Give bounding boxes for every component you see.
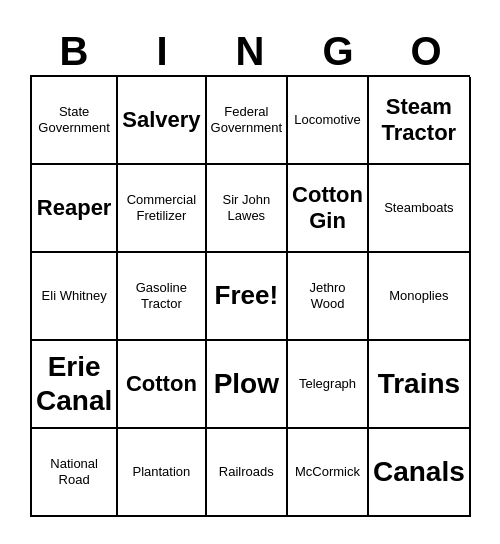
bingo-card: B I N G O State GovernmentSalveryFederal… [20,17,480,527]
bingo-cell-9[interactable]: Steamboats [369,165,471,253]
header-b: B [30,27,118,75]
bingo-cell-15[interactable]: Erie Canal [32,341,118,429]
bingo-header: B I N G O [30,27,470,75]
bingo-cell-0[interactable]: State Government [32,77,118,165]
bingo-cell-10[interactable]: Eli Whitney [32,253,118,341]
bingo-cell-24[interactable]: Canals [369,429,471,517]
header-o: O [382,27,470,75]
bingo-cell-1[interactable]: Salvery [118,77,206,165]
bingo-cell-21[interactable]: Plantation [118,429,206,517]
bingo-grid: State GovernmentSalveryFederal Governmen… [30,75,470,517]
bingo-cell-5[interactable]: Reaper [32,165,118,253]
bingo-cell-14[interactable]: Monoplies [369,253,471,341]
bingo-cell-17[interactable]: Plow [207,341,289,429]
bingo-cell-16[interactable]: Cotton [118,341,206,429]
bingo-cell-13[interactable]: Jethro Wood [288,253,369,341]
bingo-cell-7[interactable]: Sir John Lawes [207,165,289,253]
bingo-cell-19[interactable]: Trains [369,341,471,429]
bingo-cell-4[interactable]: Steam Tractor [369,77,471,165]
bingo-cell-18[interactable]: Telegraph [288,341,369,429]
bingo-cell-2[interactable]: Federal Government [207,77,289,165]
header-n: N [206,27,294,75]
bingo-cell-8[interactable]: Cotton Gin [288,165,369,253]
bingo-cell-12[interactable]: Free! [207,253,289,341]
header-g: G [294,27,382,75]
bingo-cell-23[interactable]: McCormick [288,429,369,517]
header-i: I [118,27,206,75]
bingo-cell-20[interactable]: National Road [32,429,118,517]
bingo-cell-6[interactable]: Commercial Fretilizer [118,165,206,253]
bingo-cell-22[interactable]: Railroads [207,429,289,517]
bingo-cell-3[interactable]: Locomotive [288,77,369,165]
bingo-cell-11[interactable]: Gasoline Tractor [118,253,206,341]
